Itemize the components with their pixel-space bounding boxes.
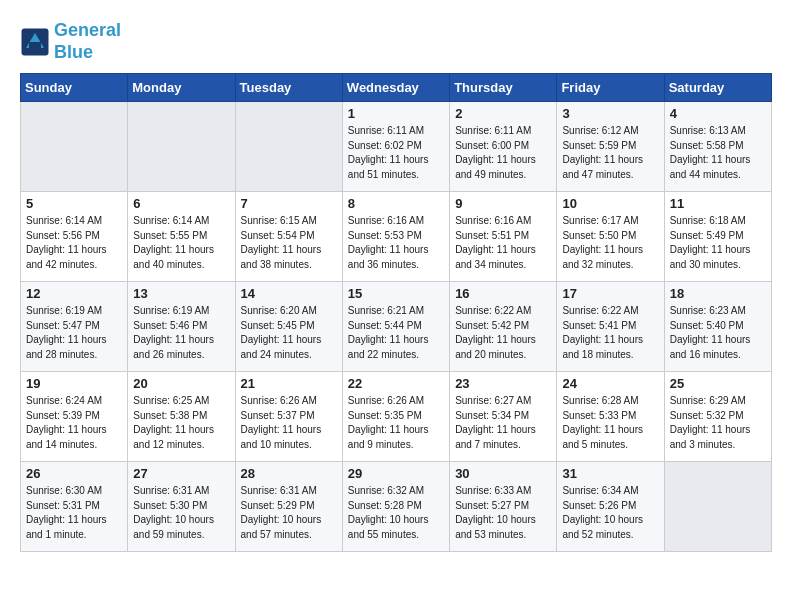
cell-info: Sunrise: 6:26 AMSunset: 5:35 PMDaylight:… xyxy=(348,394,444,452)
week-row-3: 12Sunrise: 6:19 AMSunset: 5:47 PMDayligh… xyxy=(21,282,772,372)
day-number: 31 xyxy=(562,466,658,481)
cell-info: Sunrise: 6:16 AMSunset: 5:53 PMDaylight:… xyxy=(348,214,444,272)
week-row-4: 19Sunrise: 6:24 AMSunset: 5:39 PMDayligh… xyxy=(21,372,772,462)
calendar-cell: 30Sunrise: 6:33 AMSunset: 5:27 PMDayligh… xyxy=(450,462,557,552)
calendar-cell: 22Sunrise: 6:26 AMSunset: 5:35 PMDayligh… xyxy=(342,372,449,462)
logo-text: General Blue xyxy=(54,20,121,63)
cell-info: Sunrise: 6:22 AMSunset: 5:42 PMDaylight:… xyxy=(455,304,551,362)
cell-info: Sunrise: 6:19 AMSunset: 5:46 PMDaylight:… xyxy=(133,304,229,362)
calendar-cell: 2Sunrise: 6:11 AMSunset: 6:00 PMDaylight… xyxy=(450,102,557,192)
day-header-thursday: Thursday xyxy=(450,74,557,102)
day-number: 18 xyxy=(670,286,766,301)
calendar-cell: 27Sunrise: 6:31 AMSunset: 5:30 PMDayligh… xyxy=(128,462,235,552)
cell-info: Sunrise: 6:22 AMSunset: 5:41 PMDaylight:… xyxy=(562,304,658,362)
day-number: 30 xyxy=(455,466,551,481)
cell-info: Sunrise: 6:28 AMSunset: 5:33 PMDaylight:… xyxy=(562,394,658,452)
cell-info: Sunrise: 6:14 AMSunset: 5:56 PMDaylight:… xyxy=(26,214,122,272)
cell-info: Sunrise: 6:11 AMSunset: 6:02 PMDaylight:… xyxy=(348,124,444,182)
cell-info: Sunrise: 6:24 AMSunset: 5:39 PMDaylight:… xyxy=(26,394,122,452)
calendar-cell: 24Sunrise: 6:28 AMSunset: 5:33 PMDayligh… xyxy=(557,372,664,462)
cell-info: Sunrise: 6:14 AMSunset: 5:55 PMDaylight:… xyxy=(133,214,229,272)
calendar-cell xyxy=(664,462,771,552)
day-header-friday: Friday xyxy=(557,74,664,102)
cell-info: Sunrise: 6:32 AMSunset: 5:28 PMDaylight:… xyxy=(348,484,444,542)
day-number: 27 xyxy=(133,466,229,481)
calendar-cell: 25Sunrise: 6:29 AMSunset: 5:32 PMDayligh… xyxy=(664,372,771,462)
day-number: 10 xyxy=(562,196,658,211)
cell-info: Sunrise: 6:27 AMSunset: 5:34 PMDaylight:… xyxy=(455,394,551,452)
day-number: 20 xyxy=(133,376,229,391)
day-number: 13 xyxy=(133,286,229,301)
day-number: 7 xyxy=(241,196,337,211)
calendar-cell: 14Sunrise: 6:20 AMSunset: 5:45 PMDayligh… xyxy=(235,282,342,372)
calendar-cell: 4Sunrise: 6:13 AMSunset: 5:58 PMDaylight… xyxy=(664,102,771,192)
cell-info: Sunrise: 6:11 AMSunset: 6:00 PMDaylight:… xyxy=(455,124,551,182)
calendar-cell: 3Sunrise: 6:12 AMSunset: 5:59 PMDaylight… xyxy=(557,102,664,192)
calendar-cell: 19Sunrise: 6:24 AMSunset: 5:39 PMDayligh… xyxy=(21,372,128,462)
calendar-cell: 11Sunrise: 6:18 AMSunset: 5:49 PMDayligh… xyxy=(664,192,771,282)
day-number: 21 xyxy=(241,376,337,391)
calendar-cell: 13Sunrise: 6:19 AMSunset: 5:46 PMDayligh… xyxy=(128,282,235,372)
cell-info: Sunrise: 6:25 AMSunset: 5:38 PMDaylight:… xyxy=(133,394,229,452)
calendar-cell: 23Sunrise: 6:27 AMSunset: 5:34 PMDayligh… xyxy=(450,372,557,462)
cell-info: Sunrise: 6:26 AMSunset: 5:37 PMDaylight:… xyxy=(241,394,337,452)
day-number: 29 xyxy=(348,466,444,481)
calendar-cell: 1Sunrise: 6:11 AMSunset: 6:02 PMDaylight… xyxy=(342,102,449,192)
day-number: 17 xyxy=(562,286,658,301)
cell-info: Sunrise: 6:18 AMSunset: 5:49 PMDaylight:… xyxy=(670,214,766,272)
calendar-cell: 21Sunrise: 6:26 AMSunset: 5:37 PMDayligh… xyxy=(235,372,342,462)
day-number: 23 xyxy=(455,376,551,391)
calendar-cell: 16Sunrise: 6:22 AMSunset: 5:42 PMDayligh… xyxy=(450,282,557,372)
cell-info: Sunrise: 6:16 AMSunset: 5:51 PMDaylight:… xyxy=(455,214,551,272)
calendar-cell: 28Sunrise: 6:31 AMSunset: 5:29 PMDayligh… xyxy=(235,462,342,552)
calendar-cell: 15Sunrise: 6:21 AMSunset: 5:44 PMDayligh… xyxy=(342,282,449,372)
cell-info: Sunrise: 6:31 AMSunset: 5:30 PMDaylight:… xyxy=(133,484,229,542)
day-number: 2 xyxy=(455,106,551,121)
day-header-sunday: Sunday xyxy=(21,74,128,102)
calendar-cell: 6Sunrise: 6:14 AMSunset: 5:55 PMDaylight… xyxy=(128,192,235,282)
calendar-cell: 31Sunrise: 6:34 AMSunset: 5:26 PMDayligh… xyxy=(557,462,664,552)
calendar-cell: 9Sunrise: 6:16 AMSunset: 5:51 PMDaylight… xyxy=(450,192,557,282)
day-number: 28 xyxy=(241,466,337,481)
day-number: 19 xyxy=(26,376,122,391)
cell-info: Sunrise: 6:30 AMSunset: 5:31 PMDaylight:… xyxy=(26,484,122,542)
page-header: General Blue xyxy=(20,20,772,63)
day-number: 14 xyxy=(241,286,337,301)
svg-rect-2 xyxy=(29,42,41,48)
calendar-cell: 8Sunrise: 6:16 AMSunset: 5:53 PMDaylight… xyxy=(342,192,449,282)
week-row-1: 1Sunrise: 6:11 AMSunset: 6:02 PMDaylight… xyxy=(21,102,772,192)
day-number: 1 xyxy=(348,106,444,121)
day-number: 3 xyxy=(562,106,658,121)
calendar-cell: 26Sunrise: 6:30 AMSunset: 5:31 PMDayligh… xyxy=(21,462,128,552)
day-number: 9 xyxy=(455,196,551,211)
day-number: 4 xyxy=(670,106,766,121)
day-number: 16 xyxy=(455,286,551,301)
week-row-2: 5Sunrise: 6:14 AMSunset: 5:56 PMDaylight… xyxy=(21,192,772,282)
cell-info: Sunrise: 6:19 AMSunset: 5:47 PMDaylight:… xyxy=(26,304,122,362)
day-number: 6 xyxy=(133,196,229,211)
days-header-row: SundayMondayTuesdayWednesdayThursdayFrid… xyxy=(21,74,772,102)
day-header-tuesday: Tuesday xyxy=(235,74,342,102)
logo: General Blue xyxy=(20,20,121,63)
calendar-cell: 18Sunrise: 6:23 AMSunset: 5:40 PMDayligh… xyxy=(664,282,771,372)
day-header-monday: Monday xyxy=(128,74,235,102)
cell-info: Sunrise: 6:20 AMSunset: 5:45 PMDaylight:… xyxy=(241,304,337,362)
calendar-cell: 20Sunrise: 6:25 AMSunset: 5:38 PMDayligh… xyxy=(128,372,235,462)
day-header-saturday: Saturday xyxy=(664,74,771,102)
day-number: 15 xyxy=(348,286,444,301)
calendar-table: SundayMondayTuesdayWednesdayThursdayFrid… xyxy=(20,73,772,552)
day-number: 26 xyxy=(26,466,122,481)
week-row-5: 26Sunrise: 6:30 AMSunset: 5:31 PMDayligh… xyxy=(21,462,772,552)
cell-info: Sunrise: 6:15 AMSunset: 5:54 PMDaylight:… xyxy=(241,214,337,272)
day-number: 12 xyxy=(26,286,122,301)
logo-icon xyxy=(20,27,50,57)
calendar-cell: 5Sunrise: 6:14 AMSunset: 5:56 PMDaylight… xyxy=(21,192,128,282)
day-number: 24 xyxy=(562,376,658,391)
day-number: 11 xyxy=(670,196,766,211)
calendar-cell: 12Sunrise: 6:19 AMSunset: 5:47 PMDayligh… xyxy=(21,282,128,372)
cell-info: Sunrise: 6:12 AMSunset: 5:59 PMDaylight:… xyxy=(562,124,658,182)
calendar-cell xyxy=(21,102,128,192)
cell-info: Sunrise: 6:33 AMSunset: 5:27 PMDaylight:… xyxy=(455,484,551,542)
cell-info: Sunrise: 6:31 AMSunset: 5:29 PMDaylight:… xyxy=(241,484,337,542)
day-number: 8 xyxy=(348,196,444,211)
